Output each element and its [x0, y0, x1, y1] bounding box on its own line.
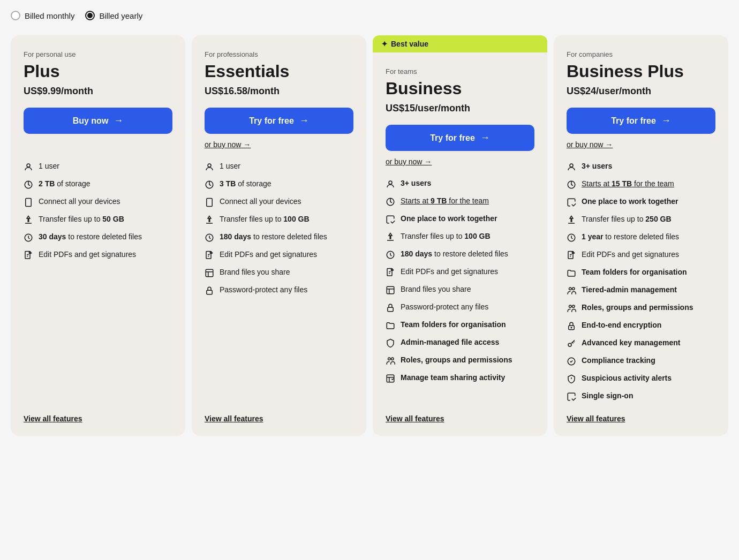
business-price: US$15/user/month [386, 103, 534, 114]
feature-item: Connect all your devices [24, 197, 172, 207]
feature-item: Edit PDFs and get signatures [205, 250, 353, 260]
billing-monthly-radio[interactable] [11, 11, 20, 20]
feature-item: Brand files you share [205, 268, 353, 278]
billing-monthly-label: Billed monthly [25, 11, 74, 20]
feature-item: Edit PDFs and get signatures [386, 267, 534, 277]
svg-point-29 [569, 305, 572, 308]
feature-item: End-to-end encryption [567, 321, 715, 331]
business-plus-primary-btn[interactable]: Try for free → [567, 108, 715, 134]
brand-icon [386, 285, 395, 295]
business-features: 3+ users Starts at 9 TB for the team One… [386, 179, 534, 402]
svg-rect-22 [387, 375, 394, 382]
business-secondary-btn[interactable]: or buy now → [386, 157, 534, 166]
feature-item: Roles, groups and permissions [386, 355, 534, 366]
svg-point-32 [571, 327, 572, 328]
roles-icon [567, 304, 576, 313]
pdf-icon [567, 251, 576, 260]
collab-icon [567, 198, 576, 207]
svg-point-6 [208, 164, 211, 167]
folder-icon [567, 268, 576, 278]
brand-icon [205, 268, 214, 278]
feature-item: Suspicious activity alerts [567, 374, 715, 384]
billing-toggle: Billed monthly Billed yearly [11, 11, 728, 20]
spark-icon: ✦ [381, 40, 388, 48]
transfer-icon [205, 215, 214, 225]
essentials-subtitle: For professionals [205, 50, 353, 58]
clock-icon [24, 233, 33, 243]
feature-item: Advanced key management [567, 338, 715, 349]
devices-icon [205, 198, 214, 207]
plus-price: US$9.99/month [24, 86, 172, 97]
essentials-primary-btn[interactable]: Try for free → [205, 108, 353, 134]
svg-point-21 [391, 358, 394, 360]
feature-item: 180 days to restore deleted files [386, 249, 534, 260]
sso-icon [567, 392, 576, 402]
user-icon [24, 162, 33, 172]
essentials-view-all[interactable]: View all features [205, 414, 353, 423]
business-plus-price: US$24/user/month [567, 86, 715, 97]
feature-item: Admin-managed file access [386, 338, 534, 348]
plan-plus: For personal use Plus US$9.99/month Buy … [11, 35, 185, 436]
feature-item: 3+ users [386, 179, 534, 189]
essentials-secondary-btn[interactable]: or buy now → [205, 140, 353, 149]
plan-business-wrapper: ✦ Best value For teams Business US$15/us… [373, 35, 547, 436]
svg-point-33 [568, 343, 571, 346]
essentials-features: 1 user 3 TB of storage Connect all your … [205, 162, 353, 402]
pdf-icon [205, 251, 214, 260]
feature-item: Tiered-admin management [567, 285, 715, 296]
business-view-all[interactable]: View all features [386, 414, 534, 423]
storage-icon [567, 180, 576, 190]
business-subtitle: For teams [386, 67, 534, 75]
billing-monthly-option[interactable]: Billed monthly [11, 11, 74, 20]
svg-rect-19 [388, 307, 394, 312]
storage-icon [205, 180, 214, 190]
business-plus-secondary-btn[interactable]: or buy now → [567, 140, 715, 149]
plan-business: For teams Business US$15/user/month Try … [373, 52, 547, 436]
devices-icon [24, 198, 33, 207]
feature-item: Brand files you share [386, 285, 534, 295]
feature-item: One place to work together [386, 214, 534, 224]
transfer-icon [24, 215, 33, 225]
svg-rect-2 [26, 199, 32, 207]
billing-yearly-option[interactable]: Billed yearly [85, 11, 142, 20]
svg-point-30 [572, 305, 575, 308]
feature-item: Password-protect any files [386, 302, 534, 313]
user-icon [567, 162, 576, 172]
plus-view-all[interactable]: View all features [24, 414, 172, 423]
clock-icon [386, 250, 395, 260]
feature-item: 180 days to restore deleted files [205, 232, 353, 243]
plan-essentials: For professionals Essentials US$16.58/mo… [192, 35, 366, 436]
svg-rect-13 [207, 290, 213, 294]
feature-item: 2 TB of storage [24, 179, 172, 190]
svg-point-0 [27, 164, 30, 167]
essentials-name: Essentials [205, 62, 353, 81]
business-plus-name: Business Plus [567, 62, 715, 81]
svg-point-14 [389, 181, 392, 184]
feature-item: Password-protect any files [205, 285, 353, 296]
business-plus-view-all[interactable]: View all features [567, 414, 715, 423]
feature-item: Edit PDFs and get signatures [567, 250, 715, 260]
clock-icon [205, 233, 214, 243]
business-plus-features: 3+ users Starts at 15 TB for the team On… [567, 162, 715, 402]
feature-item: Transfer files up to 100 GB [205, 215, 353, 225]
pdf-icon [386, 268, 395, 277]
best-value-badge: ✦ Best value [373, 35, 547, 52]
feature-item: Team folders for organisation [386, 320, 534, 330]
essentials-btn-arrow: → [299, 115, 309, 126]
billing-yearly-radio[interactable] [85, 11, 95, 20]
pdf-icon [24, 251, 33, 260]
feature-item: Roles, groups and permissions [567, 303, 715, 313]
feature-item: Edit PDFs and get signatures [24, 250, 172, 260]
feature-item: 1 user [24, 162, 172, 172]
feature-item: Single sign-on [567, 391, 715, 402]
billing-yearly-label: Billed yearly [99, 11, 142, 20]
feature-item: Transfer files up to 250 GB [567, 215, 715, 225]
svg-rect-12 [206, 269, 213, 277]
feature-item: 1 user [205, 162, 353, 172]
feature-item: Team folders for organisation [567, 268, 715, 278]
suspicious-icon [567, 374, 576, 384]
feature-item: Starts at 15 TB for the team [567, 179, 715, 190]
business-primary-btn[interactable]: Try for free → [386, 125, 534, 151]
business-btn-arrow: → [480, 132, 490, 143]
plus-primary-btn[interactable]: Buy now → [24, 108, 172, 134]
